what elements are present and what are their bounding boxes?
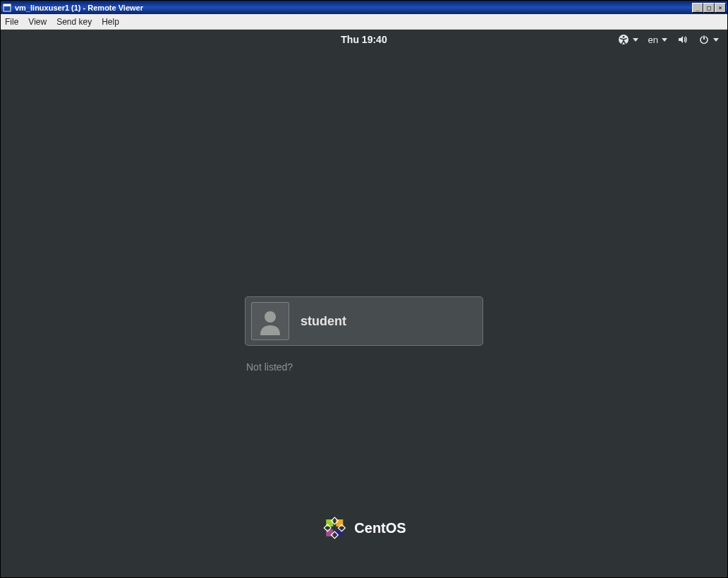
volume-icon <box>677 34 688 45</box>
window-title: vm_linuxuser1 (1) - Remote Viewer <box>15 4 692 12</box>
username-label: student <box>301 314 346 329</box>
close-button[interactable]: × <box>715 3 726 13</box>
language-menu[interactable]: en <box>648 35 667 45</box>
svg-rect-9 <box>326 519 333 526</box>
avatar <box>251 302 289 340</box>
menu-sendkey[interactable]: Send key <box>56 17 92 27</box>
menu-file[interactable]: File <box>5 17 18 27</box>
maximize-button[interactable]: □ <box>703 3 715 13</box>
chevron-down-icon <box>662 38 667 42</box>
menu-view[interactable]: View <box>28 17 47 27</box>
topbar-right: en <box>618 30 719 49</box>
svg-point-3 <box>622 36 624 38</box>
app-icon <box>2 3 12 13</box>
titlebar[interactable]: vm_linuxuser1 (1) - Remote Viewer _ □ × <box>1 1 727 14</box>
svg-rect-12 <box>336 529 343 536</box>
user-icon <box>256 307 284 335</box>
language-label: en <box>648 35 658 45</box>
brand-name: CentOS <box>354 520 406 536</box>
power-icon <box>698 34 710 45</box>
menubar: File View Send key Help <box>1 14 727 30</box>
svg-rect-10 <box>336 519 343 526</box>
svg-rect-1 <box>4 4 11 6</box>
branding: CentOS <box>322 515 406 541</box>
accessibility-icon <box>618 34 629 45</box>
menu-help[interactable]: Help <box>102 17 119 27</box>
gnome-topbar: Thu 19:40 en <box>1 30 727 49</box>
chevron-down-icon <box>633 38 638 42</box>
svg-point-8 <box>265 311 276 323</box>
not-listed-link[interactable]: Not listed? <box>245 361 483 373</box>
window-controls: _ □ × <box>692 3 726 13</box>
minimize-button[interactable]: _ <box>692 3 703 13</box>
svg-rect-11 <box>326 529 333 536</box>
user-entry[interactable]: student <box>245 296 483 346</box>
accessibility-menu[interactable] <box>618 34 638 45</box>
power-menu[interactable] <box>698 34 719 45</box>
centos-logo-icon <box>322 515 347 541</box>
volume-indicator[interactable] <box>677 34 688 45</box>
chevron-down-icon <box>713 38 719 42</box>
vm-screen: Thu 19:40 en <box>1 30 727 577</box>
remote-viewer-window: vm_linuxuser1 (1) - Remote Viewer _ □ × … <box>0 0 728 578</box>
login-area: student Not listed? <box>245 296 483 373</box>
clock[interactable]: Thu 19:40 <box>341 34 387 45</box>
